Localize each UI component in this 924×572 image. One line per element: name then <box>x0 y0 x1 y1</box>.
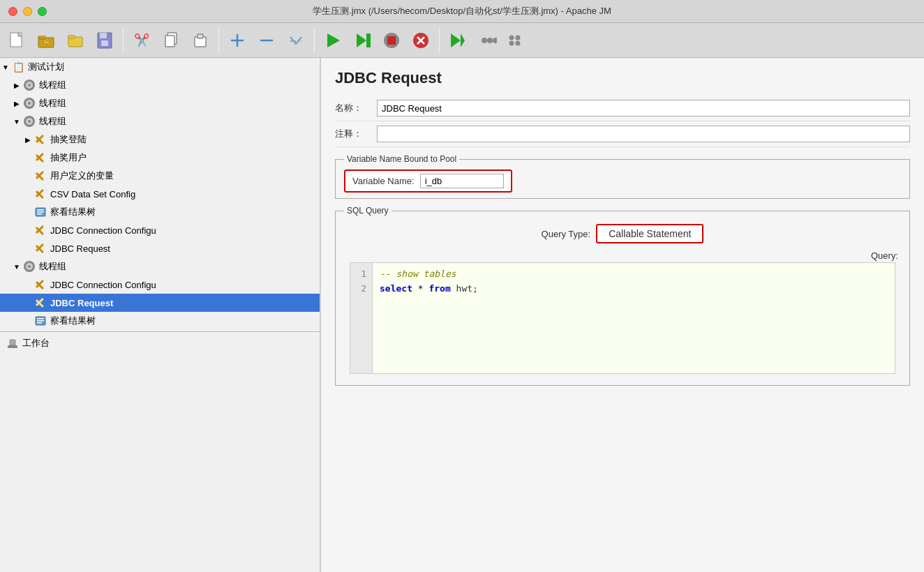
tree-item-jdbc-request-1[interactable]: JDBC Request <box>0 239 320 257</box>
separator-1 <box>123 28 124 53</box>
tree-item-thread-group-3[interactable]: ▼ 线程组 <box>0 112 320 130</box>
svg-marker-21 <box>366 33 371 47</box>
svg-rect-71 <box>37 322 42 324</box>
icon-jdbc-conn-2 <box>33 278 47 292</box>
expand-button[interactable] <box>223 27 251 54</box>
tree-item-result-tree-2[interactable]: 察看结果树 <box>0 312 320 330</box>
name-input[interactable] <box>377 100 910 116</box>
tree-item-user-var[interactable]: 用户定义的变量 <box>0 167 320 185</box>
arrow-thread-1: ▶ <box>11 82 22 89</box>
query-type-row: Query Type: Callable Statement <box>344 221 901 249</box>
tree-item-jdbc-conn-1[interactable]: JDBC Connection Configu <box>0 221 320 239</box>
svg-rect-73 <box>10 340 15 345</box>
label-jdbc-conn-2: JDBC Connection Configu <box>50 280 156 290</box>
toolbar: 🔓 ✂️ <box>0 23 924 58</box>
left-panel: ▼ 📋 测试计划 ▶ 线程组 ▶ 线程组 ▼ 线程组 <box>0 58 321 572</box>
maximize-button[interactable] <box>38 7 47 16</box>
label-lottery-login: 抽奖登陆 <box>50 133 87 146</box>
separator-3 <box>314 28 315 53</box>
comment-input[interactable] <box>377 126 910 142</box>
remote-options-button[interactable] <box>473 27 501 54</box>
variable-name-input[interactable] <box>420 174 504 188</box>
svg-marker-19 <box>327 33 340 47</box>
remote-start-button[interactable] <box>444 27 472 54</box>
svg-point-63 <box>28 265 31 268</box>
label-jdbc-conn-1: JDBC Connection Configu <box>50 225 156 236</box>
svg-rect-72 <box>8 345 17 348</box>
svg-rect-23 <box>387 36 396 45</box>
svg-rect-9 <box>100 33 107 38</box>
svg-rect-70 <box>37 320 44 322</box>
label-test-plan: 测试计划 <box>28 61 64 73</box>
variable-name-highlight-box: Variable Name: <box>344 170 512 193</box>
tree-item-jdbc-conn-2[interactable]: JDBC Connection Configu <box>0 276 320 294</box>
right-panel: JDBC Request 名称： 注释： Variable Name Bound… <box>321 58 924 572</box>
paste-button[interactable] <box>186 27 214 54</box>
label-thread-2: 线程组 <box>39 97 66 110</box>
separator-4 <box>439 28 440 53</box>
tree-item-lottery-user[interactable]: 抽奖用户 <box>0 149 320 167</box>
label-jdbc-request-2: JDBC Request <box>50 298 113 308</box>
svg-rect-4 <box>40 36 45 37</box>
arrow-thread-4: ▼ <box>11 263 22 271</box>
svg-point-30 <box>487 38 493 43</box>
arrow-thread-3: ▼ <box>11 118 22 126</box>
tree-item-csv-config[interactable]: CSV Data Set Config <box>0 185 320 203</box>
copy-button[interactable] <box>157 27 185 54</box>
tree-item-jdbc-request-2[interactable]: JDBC Request <box>0 294 320 312</box>
toggle-button[interactable] <box>282 27 310 54</box>
svg-rect-14 <box>198 34 203 38</box>
label-thread-3: 线程组 <box>39 115 66 128</box>
stop-button[interactable] <box>378 27 405 54</box>
separator-2 <box>218 28 219 53</box>
icon-jdbc-req-1 <box>33 241 47 255</box>
panel-title: JDBC Request <box>321 58 924 96</box>
arrow-lottery-login: ▶ <box>22 136 33 144</box>
icon-workbench <box>6 336 20 350</box>
open-recent-button[interactable] <box>61 27 89 54</box>
arrow-thread-2: ▶ <box>11 100 22 107</box>
shutdown-button[interactable] <box>407 27 435 54</box>
title-bar: 学生压测.jmx (/Users/hecom/Desktop/自动化st/学生压… <box>0 0 924 23</box>
collapse-button[interactable] <box>253 27 281 54</box>
tree-item-result-tree-1[interactable]: 察看结果树 <box>0 203 320 221</box>
icon-jdbc-req-2 <box>33 296 47 310</box>
variable-section-legend: Variable Name Bound to Pool <box>344 154 459 164</box>
svg-point-38 <box>28 84 31 86</box>
tree-item-thread-group-2[interactable]: ▶ 线程组 <box>0 94 320 112</box>
cut-button[interactable]: ✂️ <box>128 27 156 54</box>
minimize-button[interactable] <box>23 7 32 16</box>
main-layout: ▼ 📋 测试计划 ▶ 线程组 ▶ 线程组 ▼ 线程组 <box>0 58 924 572</box>
workbench-item[interactable]: 工作台 <box>0 333 320 353</box>
line-num-1: 1 <box>356 267 366 282</box>
variable-name-section: Variable Name Bound to Pool Variable Nam… <box>335 154 910 199</box>
more-options-button[interactable] <box>502 27 530 54</box>
start-no-pauses-button[interactable] <box>348 27 376 54</box>
start-button[interactable] <box>319 27 347 54</box>
name-label: 名称： <box>335 102 377 114</box>
icon-csv <box>33 187 47 201</box>
sql-section-legend: SQL Query <box>344 206 392 216</box>
svg-rect-12 <box>165 36 174 47</box>
tree-item-test-plan[interactable]: ▼ 📋 测试计划 <box>0 58 320 76</box>
variable-name-field-label: Variable Name: <box>352 176 415 186</box>
query-type-value: Callable Statement <box>609 228 691 239</box>
form-section: 名称： 注释： <box>321 96 924 147</box>
icon-user-var <box>33 169 47 183</box>
label-lottery-user: 抽奖用户 <box>50 151 87 164</box>
window-controls <box>8 7 47 16</box>
svg-rect-56 <box>37 213 42 215</box>
svg-rect-69 <box>37 318 44 319</box>
new-button[interactable] <box>3 27 31 54</box>
tree-item-thread-group-4[interactable]: ▼ 线程组 <box>0 257 320 276</box>
svg-text:🔓: 🔓 <box>43 38 51 47</box>
tree-item-thread-group-1[interactable]: ▶ 线程组 <box>0 76 320 94</box>
close-button[interactable] <box>8 7 17 16</box>
svg-point-33 <box>516 35 521 40</box>
save-button[interactable] <box>91 27 119 54</box>
svg-marker-28 <box>461 33 465 47</box>
code-content[interactable]: -- show tables select * from hwt; <box>373 263 485 373</box>
tree-item-lottery-login[interactable]: ▶ 抽奖登陆 <box>0 130 320 149</box>
open-button[interactable]: 🔓 <box>32 27 60 54</box>
variable-name-row: Variable Name: <box>344 170 901 193</box>
